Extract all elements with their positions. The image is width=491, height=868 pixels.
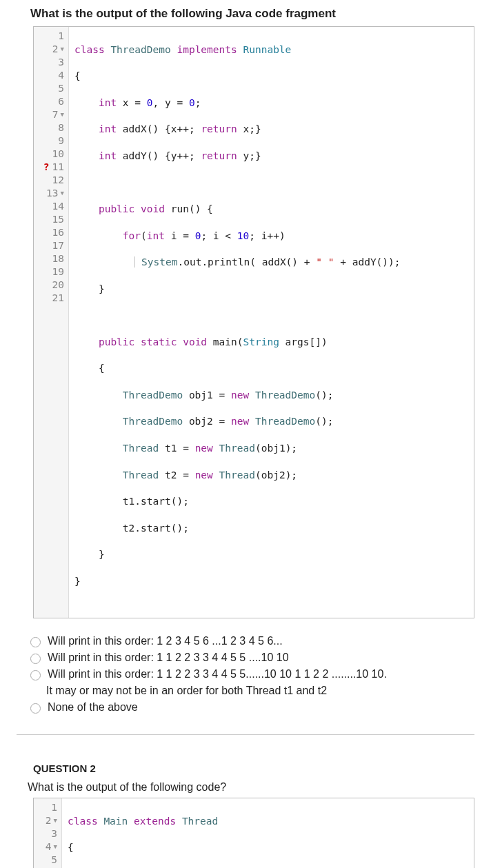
kw-for: for <box>123 230 141 241</box>
gutter-line: 17 <box>34 239 68 252</box>
op-eq: = <box>213 390 231 401</box>
num-0: 0 <box>189 97 195 108</box>
gutter-line: 2▼ <box>34 814 61 827</box>
rp: ) <box>321 416 328 427</box>
fn-run: run <box>171 203 189 214</box>
kw-new: new <box>195 443 213 454</box>
q2-header: QUESTION 2 <box>0 735 491 781</box>
q1-option-1[interactable]: Will print in this order: 1 2 3 4 5 6 ..… <box>30 635 474 647</box>
kw-class: class <box>74 44 105 55</box>
kw-int: int <box>147 230 165 241</box>
brace: } <box>255 123 261 134</box>
op-eq: = <box>129 97 147 108</box>
num-10: 10 <box>237 230 249 241</box>
radio-icon[interactable] <box>30 670 41 680</box>
q1-option-4[interactable]: None of the above <box>30 701 474 714</box>
op-eq: = <box>171 97 189 108</box>
kw-extends: extends <box>134 816 176 827</box>
semi: ; <box>328 390 334 401</box>
kw-implements: implements <box>177 44 237 55</box>
rp: ) <box>321 336 328 347</box>
semi: ; <box>291 470 297 481</box>
radio-icon[interactable] <box>30 637 41 647</box>
gutter-line: 14 <box>34 200 68 213</box>
str-space: " " <box>316 256 334 268</box>
semi: ; <box>291 443 297 454</box>
option-text: It may or may not be in an order for bot… <box>46 685 474 697</box>
typ-string: String <box>243 336 279 347</box>
semi: ; <box>249 230 255 241</box>
gutter-line: 18 <box>34 252 68 265</box>
q1-code: class ThreadDemo implements Runnable { i… <box>69 27 474 618</box>
radio-icon[interactable] <box>30 703 41 714</box>
id-t1: t1 <box>123 496 134 507</box>
semi: ; <box>195 97 201 108</box>
cls-main: Main <box>103 816 128 827</box>
var-x: x <box>123 97 129 108</box>
dot: . <box>177 256 183 268</box>
op-eq: = <box>213 416 231 427</box>
brace: { <box>74 70 81 81</box>
cls-thread: Thread <box>123 470 159 481</box>
id-t2: t2 <box>165 470 177 481</box>
op-lt: < <box>219 230 237 241</box>
q2-code: class Main extends Thread { public stati… <box>62 798 474 868</box>
rp: ) <box>195 203 201 214</box>
semi: ; <box>183 523 189 534</box>
kw-public: public <box>99 336 134 347</box>
id-args: args <box>285 336 310 347</box>
typ-runnable: Runnable <box>243 44 291 55</box>
fn-start: start <box>141 496 171 507</box>
radio-icon[interactable] <box>30 654 41 664</box>
lp: ( <box>255 443 261 454</box>
gutter-line: 1 <box>34 801 61 814</box>
fn-addx: addX <box>262 256 286 268</box>
gutter-line: 9 <box>34 134 68 148</box>
gutter-line: 5 <box>34 82 68 95</box>
rp: ) <box>177 523 183 534</box>
dot: . <box>201 256 208 268</box>
rp: ) <box>177 496 183 507</box>
gutter-line: 13▼ <box>34 187 68 200</box>
q1-options: Will print in this order: 1 2 3 4 5 6 ..… <box>0 618 491 714</box>
gutter-line: 15 <box>34 213 68 226</box>
gutter-line: 3 <box>34 56 68 69</box>
semi: ; <box>328 416 334 427</box>
id-out: out <box>183 256 201 268</box>
q1-option-2[interactable]: Will print in this order: 1 1 2 2 3 3 4 … <box>30 652 474 664</box>
cls-threaddemo: ThreadDemo <box>123 390 183 401</box>
gutter-line: 12 <box>34 174 68 187</box>
lp: ( <box>147 150 153 161</box>
rp: ) <box>279 230 285 241</box>
kw-void: void <box>183 336 207 347</box>
dot: . <box>134 496 141 507</box>
q2-gutter: 12▼34▼5678910▼1112▼13141516 <box>34 798 62 868</box>
brace: } <box>99 549 105 560</box>
option-text: Will print in this order: 1 1 2 2 3 3 4 … <box>48 668 474 680</box>
kw-int: int <box>99 97 117 108</box>
brace: { <box>99 363 105 374</box>
kw-new: new <box>231 390 249 401</box>
op-plus: + <box>334 256 352 268</box>
cls-threaddemo: ThreadDemo <box>123 416 183 427</box>
var-x: x <box>243 123 250 134</box>
lbk: [ <box>310 336 316 347</box>
semi: ; <box>201 230 207 241</box>
gutter-line: 4 <box>34 69 68 82</box>
cls-thread: Thread <box>123 443 159 454</box>
lp: ( <box>315 390 321 401</box>
lp: ( <box>250 256 256 268</box>
fn-println: println <box>208 256 250 268</box>
kw-int: int <box>99 150 117 161</box>
kw-public: public <box>99 203 134 214</box>
id-obj1: obj1 <box>189 390 213 401</box>
q1-gutter: 12▼34567▼8910?111213▼1415161718192021 <box>34 27 69 618</box>
q1-option-3[interactable]: Will print in this order: 1 1 2 2 3 3 4 … <box>30 668 474 680</box>
cls-thread: Thread <box>182 816 218 827</box>
kw-return: return <box>201 123 237 134</box>
brace: { <box>207 203 213 214</box>
comma: , <box>153 97 159 108</box>
fn-addy: addY <box>123 150 147 161</box>
gutter-line: 16 <box>34 226 68 239</box>
gutter-line: 5 <box>34 854 61 867</box>
